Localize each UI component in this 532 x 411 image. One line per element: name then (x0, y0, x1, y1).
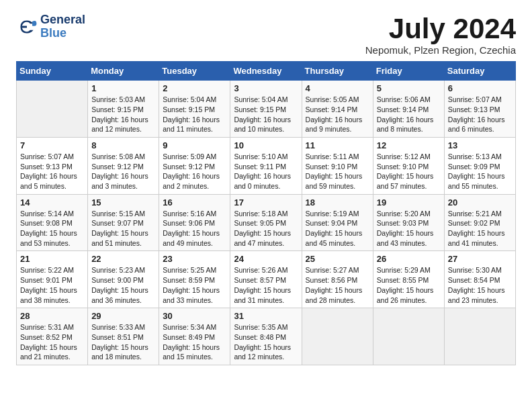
week-row-4: 21Sunrise: 5:22 AM Sunset: 9:01 PM Dayli… (17, 251, 516, 308)
day-number: 22 (91, 254, 155, 264)
day-number: 29 (91, 311, 155, 321)
calendar-cell: 6Sunrise: 5:07 AM Sunset: 9:13 PM Daylig… (444, 81, 515, 138)
weekday-header-tuesday: Tuesday (159, 62, 230, 81)
month-title: July 2024 (365, 13, 516, 44)
day-details: Sunrise: 5:20 AM Sunset: 9:03 PM Dayligh… (377, 209, 441, 248)
calendar-cell (444, 308, 515, 365)
day-number: 23 (163, 254, 226, 264)
calendar-cell: 17Sunrise: 5:18 AM Sunset: 9:05 PM Dayli… (230, 194, 302, 251)
day-details: Sunrise: 5:15 AM Sunset: 9:07 PM Dayligh… (91, 209, 155, 248)
logo: General Blue (16, 13, 85, 40)
day-details: Sunrise: 5:12 AM Sunset: 9:10 PM Dayligh… (377, 152, 441, 191)
weekday-header-saturday: Saturday (444, 62, 515, 81)
day-details: Sunrise: 5:10 AM Sunset: 9:11 PM Dayligh… (234, 152, 298, 191)
day-details: Sunrise: 5:23 AM Sunset: 9:00 PM Dayligh… (91, 265, 155, 305)
calendar-cell: 12Sunrise: 5:12 AM Sunset: 9:10 PM Dayli… (373, 137, 444, 194)
day-number: 27 (448, 254, 512, 264)
week-row-2: 7Sunrise: 5:07 AM Sunset: 9:13 PM Daylig… (17, 137, 516, 194)
day-number: 7 (20, 140, 84, 150)
day-details: Sunrise: 5:25 AM Sunset: 8:59 PM Dayligh… (163, 265, 226, 305)
day-details: Sunrise: 5:05 AM Sunset: 9:14 PM Dayligh… (306, 95, 369, 134)
day-details: Sunrise: 5:11 AM Sunset: 9:10 PM Dayligh… (306, 152, 369, 191)
calendar-cell: 22Sunrise: 5:23 AM Sunset: 9:00 PM Dayli… (88, 251, 159, 308)
day-number: 19 (377, 197, 441, 208)
day-number: 15 (91, 197, 155, 208)
day-number: 3 (234, 83, 298, 93)
calendar-cell: 8Sunrise: 5:08 AM Sunset: 9:12 PM Daylig… (88, 137, 159, 194)
logo-text: General Blue (40, 13, 85, 40)
calendar-cell: 9Sunrise: 5:09 AM Sunset: 9:12 PM Daylig… (159, 137, 230, 194)
calendar-cell: 1Sunrise: 5:03 AM Sunset: 9:15 PM Daylig… (88, 81, 159, 138)
calendar-cell: 4Sunrise: 5:05 AM Sunset: 9:14 PM Daylig… (302, 81, 373, 138)
page-header: General Blue July 2024 Nepomuk, Plzen Re… (16, 13, 516, 56)
calendar-cell: 14Sunrise: 5:14 AM Sunset: 9:08 PM Dayli… (17, 194, 88, 251)
day-details: Sunrise: 5:04 AM Sunset: 9:15 PM Dayligh… (163, 95, 226, 134)
day-details: Sunrise: 5:30 AM Sunset: 8:54 PM Dayligh… (448, 265, 512, 305)
weekday-header-sunday: Sunday (17, 62, 88, 81)
day-details: Sunrise: 5:18 AM Sunset: 9:05 PM Dayligh… (234, 209, 298, 248)
day-number: 30 (163, 311, 226, 321)
day-number: 31 (234, 311, 298, 321)
weekday-header-monday: Monday (88, 62, 159, 81)
calendar-cell: 16Sunrise: 5:16 AM Sunset: 9:06 PM Dayli… (159, 194, 230, 251)
day-number: 18 (306, 197, 369, 208)
calendar-cell: 29Sunrise: 5:33 AM Sunset: 8:51 PM Dayli… (88, 308, 159, 365)
day-number: 8 (91, 140, 155, 150)
calendar-cell: 24Sunrise: 5:26 AM Sunset: 8:57 PM Dayli… (230, 251, 302, 308)
calendar-cell: 13Sunrise: 5:13 AM Sunset: 9:09 PM Dayli… (444, 137, 515, 194)
calendar-table: SundayMondayTuesdayWednesdayThursdayFrid… (16, 61, 516, 365)
day-number: 9 (163, 140, 226, 150)
day-number: 26 (377, 254, 441, 264)
day-details: Sunrise: 5:16 AM Sunset: 9:06 PM Dayligh… (163, 209, 226, 248)
day-number: 2 (163, 83, 226, 93)
day-details: Sunrise: 5:13 AM Sunset: 9:09 PM Dayligh… (448, 152, 512, 191)
day-number: 17 (234, 197, 298, 208)
day-details: Sunrise: 5:07 AM Sunset: 9:13 PM Dayligh… (20, 152, 84, 191)
day-details: Sunrise: 5:33 AM Sunset: 8:51 PM Dayligh… (91, 322, 155, 362)
day-number: 6 (448, 83, 512, 93)
day-details: Sunrise: 5:21 AM Sunset: 9:02 PM Dayligh… (448, 209, 512, 248)
location: Nepomuk, Plzen Region, Czechia (365, 44, 516, 56)
calendar-cell: 26Sunrise: 5:29 AM Sunset: 8:55 PM Dayli… (373, 251, 444, 308)
day-number: 20 (448, 197, 512, 208)
day-number: 5 (377, 83, 441, 93)
calendar-cell: 5Sunrise: 5:06 AM Sunset: 9:14 PM Daylig… (373, 81, 444, 138)
calendar-cell (302, 308, 373, 365)
calendar-cell: 23Sunrise: 5:25 AM Sunset: 8:59 PM Dayli… (159, 251, 230, 308)
calendar-cell: 18Sunrise: 5:19 AM Sunset: 9:04 PM Dayli… (302, 194, 373, 251)
calendar-cell: 21Sunrise: 5:22 AM Sunset: 9:01 PM Dayli… (17, 251, 88, 308)
weekday-header-thursday: Thursday (302, 62, 373, 81)
logo-icon (16, 16, 38, 38)
day-number: 25 (306, 254, 369, 264)
week-row-3: 14Sunrise: 5:14 AM Sunset: 9:08 PM Dayli… (17, 194, 516, 251)
title-block: July 2024 Nepomuk, Plzen Region, Czechia (365, 13, 516, 56)
day-details: Sunrise: 5:26 AM Sunset: 8:57 PM Dayligh… (234, 265, 298, 305)
day-details: Sunrise: 5:29 AM Sunset: 8:55 PM Dayligh… (377, 265, 441, 305)
day-number: 24 (234, 254, 298, 264)
week-row-5: 28Sunrise: 5:31 AM Sunset: 8:52 PM Dayli… (17, 308, 516, 365)
day-number: 11 (306, 140, 369, 150)
day-number: 21 (20, 254, 84, 264)
day-number: 13 (448, 140, 512, 150)
day-details: Sunrise: 5:14 AM Sunset: 9:08 PM Dayligh… (20, 209, 84, 248)
calendar-cell: 2Sunrise: 5:04 AM Sunset: 9:15 PM Daylig… (159, 81, 230, 138)
week-row-1: 1Sunrise: 5:03 AM Sunset: 9:15 PM Daylig… (17, 81, 516, 138)
day-details: Sunrise: 5:04 AM Sunset: 9:15 PM Dayligh… (234, 95, 298, 134)
calendar-cell: 11Sunrise: 5:11 AM Sunset: 9:10 PM Dayli… (302, 137, 373, 194)
day-number: 1 (91, 83, 155, 93)
calendar-cell (373, 308, 444, 365)
day-details: Sunrise: 5:07 AM Sunset: 9:13 PM Dayligh… (448, 95, 512, 134)
day-details: Sunrise: 5:27 AM Sunset: 8:56 PM Dayligh… (306, 265, 369, 305)
day-details: Sunrise: 5:35 AM Sunset: 8:48 PM Dayligh… (234, 322, 298, 362)
day-number: 14 (20, 197, 84, 208)
calendar-cell: 31Sunrise: 5:35 AM Sunset: 8:48 PM Dayli… (230, 308, 302, 365)
day-details: Sunrise: 5:06 AM Sunset: 9:14 PM Dayligh… (377, 95, 441, 134)
day-number: 28 (20, 311, 84, 321)
weekday-header-friday: Friday (373, 62, 444, 81)
calendar-cell (17, 81, 88, 138)
calendar-cell: 7Sunrise: 5:07 AM Sunset: 9:13 PM Daylig… (17, 137, 88, 194)
calendar-cell: 27Sunrise: 5:30 AM Sunset: 8:54 PM Dayli… (444, 251, 515, 308)
weekday-header-wednesday: Wednesday (230, 62, 302, 81)
calendar-cell: 10Sunrise: 5:10 AM Sunset: 9:11 PM Dayli… (230, 137, 302, 194)
calendar-cell: 20Sunrise: 5:21 AM Sunset: 9:02 PM Dayli… (444, 194, 515, 251)
